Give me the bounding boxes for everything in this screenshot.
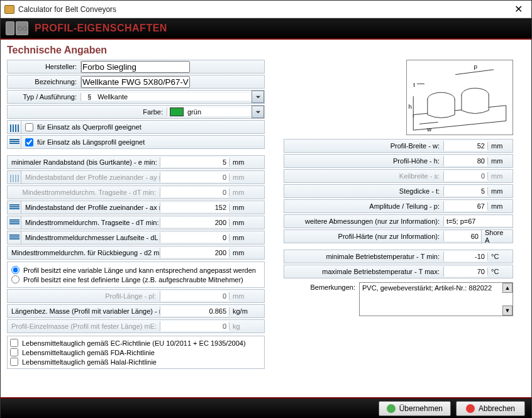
h-field[interactable] [443, 156, 487, 166]
svg-text:p: p [474, 63, 478, 70]
length-profile-icon [8, 201, 21, 214]
row-dl-min: Mindesttrommeldurchmesser Laufseite - dL… [7, 231, 265, 245]
w-field[interactable] [443, 141, 487, 151]
row-e-min: minimaler Randabstand (bis Gurtkante) - … [7, 155, 265, 169]
row-bezeichnung: Bezeichnung: [7, 75, 265, 89]
farbe-select[interactable]: grün [167, 107, 252, 116]
length-mode-radios: Profil besitzt eine variable Länge und k… [7, 261, 265, 288]
d2-min-field[interactable] [160, 248, 229, 258]
e-min-field[interactable] [160, 157, 229, 167]
row-tmax: maximale Betriebstemperatur - T max: °C [284, 265, 513, 278]
farbe-dropdown-button[interactable] [252, 106, 264, 118]
row-d2-min: Mindesttrommeldurchm. für Rückbiegung - … [7, 246, 265, 260]
row-pl: Profil-Länge - pl: mm [7, 289, 265, 303]
length-profile-icon [8, 216, 21, 229]
dt-min-disabled-field [160, 187, 229, 197]
dl-min-field[interactable] [160, 233, 229, 243]
row-t: Stegdicke - t: mm [284, 184, 513, 198]
ax-min-field[interactable] [160, 202, 229, 212]
row-mass: Längenbez. Masse (Profil mit variabler L… [7, 304, 265, 318]
cross-profile-icon [8, 171, 21, 184]
row-w: Profil-Breite - w: mm [284, 139, 513, 153]
row-tmin: minimale Betriebstemperatur - T min: °C [284, 250, 513, 263]
me-field [160, 321, 229, 331]
row-ax-min: Mindestabstand der Profile zueinander - … [7, 201, 265, 214]
food-ec-checkbox[interactable]: Lebensmitteltauglich gemäß EC-Richtlinie… [10, 339, 262, 347]
header-title: PROFIL-EIGENSCHAFTEN [35, 23, 167, 34]
row-info: weitere Abmessungen (nur zur Information… [284, 214, 513, 228]
ok-button[interactable]: Übernehmen [379, 401, 451, 416]
food-fda-checkbox[interactable]: Lebensmitteltauglich gemäß FDA-Richtlini… [10, 348, 262, 356]
querprofil-label: für Einsatz als Querprofil geeignet [37, 123, 141, 131]
length-profile-icon [8, 231, 21, 244]
svg-text:w: w [426, 126, 432, 133]
cancel-button[interactable]: Abbrechen [456, 401, 525, 416]
bezeichnung-label: Bezeichnung: [8, 78, 80, 85]
ay-min-field [160, 172, 229, 182]
typ-select[interactable]: § Wellkante [80, 93, 252, 101]
tmin-field[interactable] [443, 251, 487, 261]
footer: Übernehmen Abbrechen [1, 397, 531, 418]
rollers-icon [16, 21, 28, 35]
tmax-field[interactable] [443, 267, 487, 277]
remarks: Bemerkungen: PVC, gewebeverstärkt; Artik… [284, 282, 513, 316]
scroll-down-icon[interactable]: ▼ [502, 305, 513, 316]
row-s: Keilbreite - s: mm [284, 169, 513, 183]
typ-dropdown-button[interactable] [252, 91, 264, 103]
row-ay-min: Mindestabstand der Profile zueinander - … [7, 170, 265, 184]
row-p: Amplitude / Teilung - p: mm [284, 199, 513, 213]
row-laengsprofil: für Einsatz als Längsprofil geeignet [7, 135, 265, 149]
s-field [443, 171, 487, 181]
querprofil-checkbox[interactable] [25, 123, 33, 131]
section-title: Technische Angaben [7, 45, 525, 56]
pl-field [160, 291, 229, 301]
remarks-field[interactable]: PVC, gewebeverstärkt; Artikel-Nr.: 88202… [359, 282, 513, 316]
svg-line-6 [455, 70, 494, 75]
color-swatch [170, 107, 184, 116]
p-field[interactable] [443, 201, 487, 211]
hersteller-field[interactable] [80, 61, 264, 73]
row-hersteller: Hersteller: [7, 60, 265, 74]
app-icon [4, 5, 14, 14]
scroll-up-icon[interactable]: ▲ [502, 283, 513, 293]
row-querprofil: für Einsatz als Querprofil geeignet [7, 120, 265, 134]
belt-icon [6, 21, 14, 35]
mass-field[interactable] [160, 306, 229, 316]
cancel-icon [466, 404, 475, 413]
radio-variable-length[interactable]: Profil besitzt eine variable Länge und k… [11, 266, 260, 274]
dt-min-field[interactable] [160, 217, 229, 228]
food-checks: Lebensmitteltauglich gemäß EC-Richtlinie… [7, 336, 265, 369]
length-profile-icon [8, 136, 21, 148]
titlebar: Calculator for Belt Conveyors ✕ [1, 1, 531, 18]
row-typ: Typ / Ausführung: § Wellkante [7, 90, 265, 104]
close-icon[interactable]: ✕ [509, 3, 528, 15]
t-field[interactable] [443, 186, 487, 196]
svg-text:h: h [408, 103, 411, 110]
cross-profile-icon [8, 121, 21, 133]
row-hardness: Profil-Härte (nur zur Information): Shor… [284, 229, 513, 243]
laengsprofil-checkbox[interactable] [25, 138, 33, 146]
row-me: Profil-Einzelmasse (Profil mit fester Lä… [7, 319, 265, 333]
bezeichnung-field[interactable] [80, 76, 264, 88]
check-icon [387, 404, 396, 413]
hardness-field[interactable] [443, 231, 481, 241]
remarks-label: Bemerkungen: [284, 282, 359, 292]
row-dt-min-disabled: Mindesttrommeldurchm. Tragseite - dT min… [7, 185, 265, 199]
food-halal-checkbox[interactable]: Lebensmitteltauglich gemäß Halal-Richtli… [10, 358, 262, 366]
info-field[interactable] [443, 216, 513, 226]
typ-label: Typ / Ausführung: [8, 93, 80, 101]
profile-diagram: h w p t [406, 60, 513, 135]
hersteller-label: Hersteller: [8, 63, 80, 70]
window-title: Calculator for Belt Conveyors [18, 5, 509, 14]
row-h: Profil-Höhe - h: mm [284, 154, 513, 168]
farbe-label: Farbe: [8, 108, 167, 116]
header-bar: PROFIL-EIGENSCHAFTEN [1, 18, 531, 40]
radio-fixed-length[interactable]: Profil besitzt eine fest definierte Läng… [11, 275, 260, 283]
svg-text:t: t [413, 81, 415, 88]
laengsprofil-label: für Einsatz als Längsprofil geeignet [37, 138, 145, 146]
row-farbe: Farbe: grün [7, 105, 265, 119]
row-dt-min: Mindesttrommeldurchm. Tragseite - dT min… [7, 216, 265, 229]
